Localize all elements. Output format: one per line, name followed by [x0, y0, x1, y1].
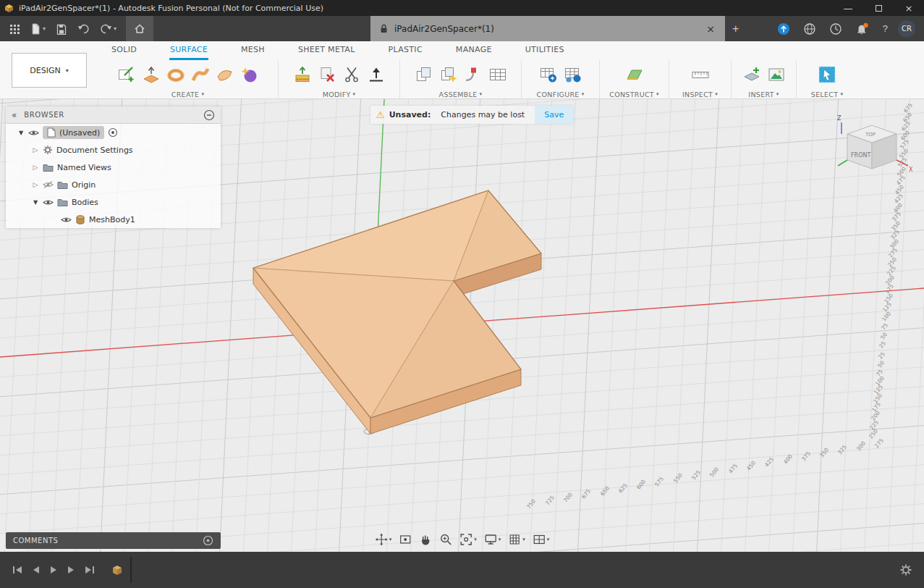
- timeline-step-back-button[interactable]: [27, 561, 45, 579]
- maximize-button[interactable]: [863, 0, 894, 16]
- app-grid-button[interactable]: [4, 16, 25, 41]
- tab-surface[interactable]: SURFACE: [169, 41, 208, 60]
- save-button[interactable]: [51, 16, 72, 41]
- delete-button[interactable]: [315, 62, 339, 87]
- tab-mesh[interactable]: MESH: [240, 41, 266, 60]
- browser-row-meshbody1[interactable]: MeshBody1: [6, 211, 221, 228]
- grid-settings-button[interactable]: ▾: [506, 532, 527, 547]
- viewports-button[interactable]: ▾: [530, 532, 552, 547]
- view-cube[interactable]: TOP FRONT X Z: [834, 112, 915, 185]
- orbit-button[interactable]: ▾: [373, 532, 394, 547]
- recent-activity-button[interactable]: [824, 22, 847, 35]
- fit-button[interactable]: ▾: [457, 532, 479, 547]
- browser-display-toggle[interactable]: [203, 109, 215, 121]
- job-status-button[interactable]: [772, 22, 795, 35]
- revolve-button[interactable]: [164, 62, 187, 87]
- tab-utilities[interactable]: UTILITIES: [525, 41, 565, 60]
- extensions-button[interactable]: [798, 22, 821, 35]
- derive-button[interactable]: [437, 62, 460, 87]
- document-tab-close-button[interactable]: ×: [703, 23, 718, 35]
- create-form-button[interactable]: [238, 62, 261, 87]
- display-settings-button[interactable]: ▾: [482, 532, 504, 547]
- mesh-body[interactable]: [253, 190, 541, 434]
- redo-button[interactable]: ▾: [95, 16, 122, 41]
- timeline-settings-button[interactable]: [895, 563, 917, 576]
- file-menu-button[interactable]: ▾: [25, 16, 51, 41]
- browser-row-document[interactable]: ▼ (Unsaved): [6, 124, 221, 141]
- select-menu[interactable]: SELECT▾: [800, 89, 855, 99]
- tab-manage[interactable]: MANAGE: [455, 41, 493, 60]
- window-controls: — ×: [833, 0, 924, 16]
- timeline-go-to-start-button[interactable]: [7, 561, 27, 579]
- modify-menu[interactable]: MODIFY▾: [281, 89, 397, 99]
- minimize-button[interactable]: —: [833, 0, 863, 16]
- visibility-eye-icon[interactable]: [61, 216, 72, 224]
- collapse-toggle-icon[interactable]: ▷: [32, 164, 39, 171]
- save-link[interactable]: Save: [535, 106, 573, 124]
- configuration-table-button[interactable]: [561, 62, 585, 87]
- workspace-selector[interactable]: DESIGN ▾: [12, 53, 87, 88]
- construct-menu[interactable]: CONSTRUCT▾: [603, 89, 666, 99]
- look-at-button[interactable]: [397, 532, 414, 547]
- create-sketch-button[interactable]: [115, 62, 138, 87]
- viewcube-x-label: X: [909, 167, 913, 173]
- patch-button[interactable]: [213, 62, 237, 87]
- document-tab[interactable]: iPadAir2GenSpacer*(1) ×: [370, 16, 725, 41]
- visibility-eye-icon[interactable]: [43, 198, 54, 206]
- new-component-button[interactable]: [412, 62, 436, 87]
- browser-row-bodies[interactable]: ▼ Bodies: [6, 193, 221, 211]
- comments-badge-icon[interactable]: [203, 535, 213, 546]
- close-button[interactable]: ×: [894, 0, 924, 16]
- select-button[interactable]: [815, 62, 839, 87]
- user-avatar[interactable]: CR: [898, 20, 915, 38]
- trim-button[interactable]: [340, 62, 363, 87]
- measure-button[interactable]: [689, 62, 712, 87]
- browser-collapse-button[interactable]: «: [12, 110, 17, 120]
- assemble-menu[interactable]: ASSEMBLE▾: [403, 89, 518, 99]
- undo-button[interactable]: [72, 16, 95, 41]
- visibility-eye-icon[interactable]: [28, 129, 39, 137]
- tab-solid[interactable]: SOLID: [111, 41, 137, 60]
- insert-menu[interactable]: INSERT▾: [734, 89, 793, 99]
- bodies-label: Bodies: [72, 198, 98, 207]
- insert-canvas-button[interactable]: [765, 62, 788, 87]
- timeline-go-to-end-button[interactable]: [80, 561, 100, 579]
- sweep-button[interactable]: [189, 62, 212, 87]
- tab-sheet-metal[interactable]: SHEET METAL: [297, 41, 356, 60]
- extrude-button[interactable]: [140, 62, 163, 87]
- activate-radio-icon[interactable]: [108, 127, 118, 138]
- press-pull-button[interactable]: [291, 62, 314, 87]
- collapse-toggle-icon[interactable]: ▷: [32, 181, 39, 188]
- help-button[interactable]: ?: [877, 23, 894, 34]
- home-tab[interactable]: [126, 16, 153, 41]
- expand-toggle-icon[interactable]: ▼: [32, 199, 39, 206]
- timeline-playhead[interactable]: [130, 557, 132, 583]
- notifications-button[interactable]: [850, 22, 874, 35]
- construction-plane-button[interactable]: [623, 62, 646, 87]
- configure-menu[interactable]: CONFIGURE▾: [525, 89, 596, 99]
- browser-row-named-views[interactable]: ▷ Named Views: [6, 159, 221, 176]
- visibility-off-eye-icon[interactable]: [43, 180, 54, 189]
- inspect-menu[interactable]: INSPECT▾: [672, 89, 728, 99]
- browser-row-origin[interactable]: ▷ Origin: [6, 176, 221, 193]
- extend-button[interactable]: [365, 62, 388, 87]
- parameters-button[interactable]: [486, 62, 509, 87]
- comments-bar[interactable]: COMMENTS: [6, 532, 221, 549]
- configure-button[interactable]: [537, 62, 560, 87]
- insert-mesh-button[interactable]: [740, 62, 763, 87]
- viewport-canvas[interactable]: 6756506256005755505255004754504254003753…: [0, 99, 924, 552]
- timeline-step-forward-button[interactable]: [62, 561, 80, 579]
- create-menu[interactable]: CREATE▾: [101, 89, 275, 99]
- pan-button[interactable]: [417, 532, 434, 547]
- expand-toggle-icon[interactable]: ▼: [17, 130, 25, 136]
- ribbon-group-inspect: INSPECT▾: [669, 60, 732, 99]
- document-node-selected[interactable]: (Unsaved): [43, 126, 104, 139]
- tab-plastic[interactable]: PLASTIC: [388, 41, 423, 60]
- timeline-play-button[interactable]: [45, 561, 62, 579]
- timeline-mesh-feature[interactable]: [111, 564, 123, 576]
- collapse-toggle-icon[interactable]: ▷: [32, 146, 39, 154]
- new-tab-button[interactable]: +: [725, 22, 746, 35]
- zoom-button[interactable]: [437, 532, 454, 547]
- browser-row-document-settings[interactable]: ▷ Document Settings: [6, 141, 221, 159]
- joint-button[interactable]: [462, 62, 485, 87]
